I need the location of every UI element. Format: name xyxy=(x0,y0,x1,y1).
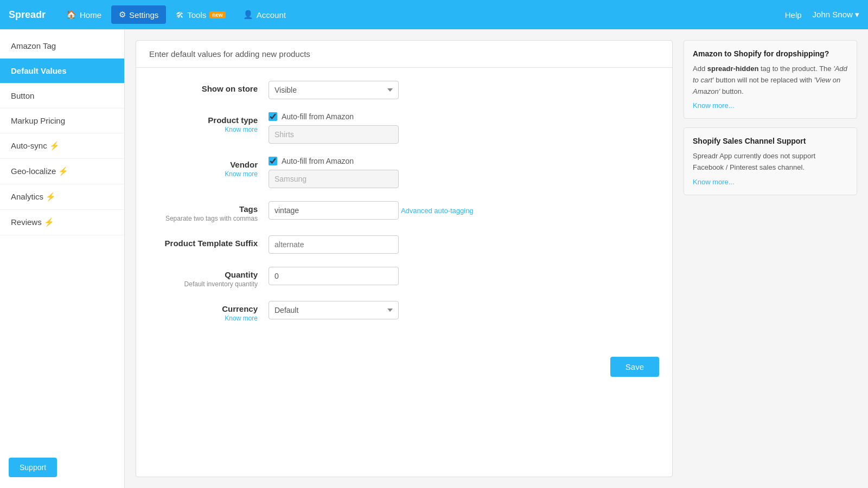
currency-control: Default USD EUR GBP xyxy=(269,301,650,319)
sidebar-item-geo-localize[interactable]: Geo-localize⚡ xyxy=(0,159,124,184)
info-card-shopify-title: Shopify Sales Channel Support xyxy=(693,137,848,145)
top-navigation: Spreadr 🏠 Home ⚙ Settings 🛠 Tools new 👤 … xyxy=(0,0,868,29)
tools-icon: 🛠 xyxy=(176,10,184,20)
template-suffix-input[interactable] xyxy=(269,235,399,254)
quantity-label: Quantity xyxy=(149,270,258,279)
flash-icon: ⚡ xyxy=(58,166,68,176)
sidebar-item-auto-sync[interactable]: Auto-sync⚡ xyxy=(0,133,124,159)
info-card-amazon-shopify: Amazon to Shopify for dropshipping? Add … xyxy=(684,40,857,119)
template-suffix-label: Product Template Suffix xyxy=(149,239,258,248)
template-suffix-row: Product Template Suffix xyxy=(149,235,650,254)
nav-account-label: Account xyxy=(257,10,286,20)
vendor-label-group: Vendor Know more xyxy=(149,157,269,178)
nav-home-label: Home xyxy=(80,10,101,20)
right-panel: Amazon to Shopify for dropshipping? Add … xyxy=(684,40,857,477)
tools-badge: new xyxy=(209,11,225,18)
product-type-label: Product type xyxy=(149,115,258,125)
vendor-autofill-row: Auto-fill from Amazon xyxy=(269,157,650,165)
spreadr-hidden-text: spreadr-hidden xyxy=(707,65,759,73)
quantity-sublabel: Default inventory quantity xyxy=(149,280,258,288)
currency-know-more[interactable]: Know more xyxy=(149,314,258,322)
chevron-down-icon: ▾ xyxy=(855,10,859,19)
vendor-input[interactable] xyxy=(269,170,399,188)
tags-label-group: Tags Separate two tags with commas xyxy=(149,201,269,222)
nav-tools-label: Tools xyxy=(187,10,206,20)
sidebar-item-analytics[interactable]: Analytics⚡ xyxy=(0,184,124,210)
product-type-input[interactable] xyxy=(269,125,399,144)
form-footer: Save xyxy=(136,348,672,390)
page-layout: Amazon Tag Default Values Button Markup … xyxy=(0,29,868,488)
tags-input[interactable] xyxy=(269,201,399,220)
home-icon: 🏠 xyxy=(66,10,76,20)
brand-logo: Spreadr xyxy=(9,9,46,21)
template-suffix-control xyxy=(269,235,650,254)
info-card-amazon-body: Add spreadr-hidden tag to the product. T… xyxy=(693,63,848,97)
nav-item-tools[interactable]: 🛠 Tools new xyxy=(168,6,233,24)
currency-label-group: Currency Know more xyxy=(149,301,269,322)
sidebar-item-reviews[interactable]: Reviews⚡ xyxy=(0,210,124,235)
advanced-autotagging-link[interactable]: Advanced auto-tagging xyxy=(401,207,474,215)
sidebar: Amazon Tag Default Values Button Markup … xyxy=(0,29,125,488)
nav-item-settings[interactable]: ⚙ Settings xyxy=(111,5,166,24)
main-content: Enter default values for adding new prod… xyxy=(125,29,868,488)
tags-label: Tags xyxy=(149,204,258,214)
template-suffix-label-group: Product Template Suffix xyxy=(149,235,269,248)
quantity-row: Quantity Default inventory quantity xyxy=(149,267,650,288)
view-on-amazon-text: 'View on Amazon' xyxy=(693,76,840,95)
product-type-autofill-label: Auto-fill from Amazon xyxy=(282,112,354,121)
quantity-label-group: Quantity Default inventory quantity xyxy=(149,267,269,288)
info-card-amazon-title: Amazon to Shopify for dropshipping? xyxy=(693,49,848,58)
amazon-know-more-link[interactable]: Know more... xyxy=(693,101,735,110)
sidebar-item-default-values[interactable]: Default Values xyxy=(0,59,124,84)
info-card-shopify-body: Spreadr App currently does not support F… xyxy=(693,151,848,174)
tags-control: Advanced auto-tagging xyxy=(269,201,650,220)
nav-settings-label: Settings xyxy=(129,10,158,20)
product-type-autofill-checkbox[interactable] xyxy=(269,112,277,121)
show-on-store-row: Show on store Visible Hidden Draft xyxy=(149,81,650,99)
vendor-know-more[interactable]: Know more xyxy=(149,170,258,178)
save-button[interactable]: Save xyxy=(610,357,659,377)
show-on-store-label-group: Show on store xyxy=(149,81,269,93)
vendor-row: Vendor Know more Auto-fill from Amazon xyxy=(149,157,650,188)
info-card-shopify-sales: Shopify Sales Channel Support Spreadr Ap… xyxy=(684,127,857,195)
flash-icon: ⚡ xyxy=(49,141,60,150)
nav-item-home[interactable]: 🏠 Home xyxy=(59,5,109,24)
product-type-autofill-row: Auto-fill from Amazon xyxy=(269,112,650,121)
nav-item-account[interactable]: 👤 Account xyxy=(235,5,293,24)
tags-sublabel: Separate two tags with commas xyxy=(149,215,258,222)
product-type-label-group: Product type Know more xyxy=(149,112,269,133)
user-icon: 👤 xyxy=(243,10,253,20)
show-on-store-control: Visible Hidden Draft xyxy=(269,81,650,99)
gear-icon: ⚙ xyxy=(119,10,126,20)
help-link[interactable]: Help xyxy=(785,10,802,20)
vendor-control: Auto-fill from Amazon xyxy=(269,157,650,188)
support-button[interactable]: Support xyxy=(9,458,57,477)
sidebar-item-button[interactable]: Button xyxy=(0,84,124,108)
product-type-control: Auto-fill from Amazon xyxy=(269,112,650,144)
nav-items: 🏠 Home ⚙ Settings 🛠 Tools new 👤 Account xyxy=(59,5,785,24)
form-body: Show on store Visible Hidden Draft Produ… xyxy=(136,68,672,348)
currency-label: Currency xyxy=(149,304,258,313)
flash-icon: ⚡ xyxy=(46,192,56,201)
quantity-input[interactable] xyxy=(269,267,399,285)
currency-select[interactable]: Default USD EUR GBP xyxy=(269,301,399,319)
product-type-row: Product type Know more Auto-fill from Am… xyxy=(149,112,650,144)
user-name: John Snow xyxy=(813,10,853,19)
show-on-store-select[interactable]: Visible Hidden Draft xyxy=(269,81,399,99)
flash-icon: ⚡ xyxy=(44,217,54,227)
quantity-control xyxy=(269,267,650,285)
nav-right: Help John Snow ▾ xyxy=(785,10,859,20)
form-panel: Enter default values for adding new prod… xyxy=(136,40,673,477)
vendor-autofill-checkbox[interactable] xyxy=(269,157,277,165)
user-menu[interactable]: John Snow ▾ xyxy=(813,10,859,20)
currency-row: Currency Know more Default USD EUR GBP xyxy=(149,301,650,322)
product-type-know-more[interactable]: Know more xyxy=(149,126,258,133)
tags-row: Tags Separate two tags with commas Advan… xyxy=(149,201,650,222)
shopify-know-more-link[interactable]: Know more... xyxy=(693,178,735,186)
sidebar-item-markup-pricing[interactable]: Markup Pricing xyxy=(0,108,124,133)
sidebar-item-amazon-tag[interactable]: Amazon Tag xyxy=(0,34,124,59)
vendor-autofill-label: Auto-fill from Amazon xyxy=(282,157,354,165)
show-on-store-label: Show on store xyxy=(149,84,258,93)
vendor-label: Vendor xyxy=(149,160,258,169)
form-header: Enter default values for adding new prod… xyxy=(136,41,672,68)
